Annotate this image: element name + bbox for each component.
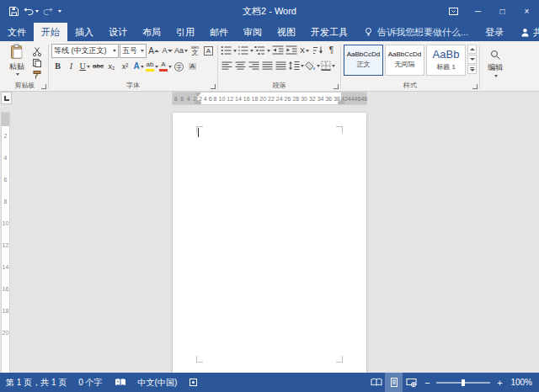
web-layout-button[interactable]: [403, 373, 420, 392]
redo-button[interactable]: [43, 4, 53, 19]
undo-button[interactable]: [24, 4, 39, 19]
shading-button[interactable]: [305, 59, 320, 72]
zoom-in-button[interactable]: +: [493, 378, 506, 388]
tab-home[interactable]: 开始: [34, 23, 67, 41]
enclose-character-button[interactable]: 字: [173, 60, 185, 73]
page-number-status[interactable]: 第 1 页，共 1 页: [0, 373, 72, 392]
document-page[interactable]: [173, 113, 366, 373]
zoom-slider[interactable]: [436, 382, 490, 384]
distributed-button[interactable]: [275, 59, 287, 72]
character-shading-button[interactable]: A: [186, 60, 199, 73]
align-center-icon: [235, 61, 246, 71]
editing-button[interactable]: 编辑: [483, 44, 508, 80]
grow-font-button[interactable]: A: [147, 45, 160, 58]
tab-file[interactable]: 文件: [0, 23, 34, 41]
character-border-button[interactable]: A: [202, 45, 215, 58]
font-color-button[interactable]: A: [159, 60, 172, 73]
tab-view[interactable]: 视图: [270, 23, 303, 41]
tab-mailings[interactable]: 邮件: [202, 23, 236, 41]
font-name-value: 等线 (中文正文): [54, 45, 107, 56]
vertical-ruler[interactable]: 2 4 6 8 10 12 14 16 18 20: [0, 106, 10, 373]
word-count-status[interactable]: 0 个字: [72, 373, 108, 392]
tab-design[interactable]: 设计: [101, 23, 135, 41]
minimize-button[interactable]: ─: [466, 0, 490, 23]
underline-button[interactable]: U: [78, 60, 91, 73]
styles-scroll-down-button[interactable]: [467, 55, 477, 64]
sign-in-button[interactable]: 登录: [477, 23, 512, 41]
styles-more-button[interactable]: [467, 65, 477, 74]
align-left-button[interactable]: [221, 59, 233, 72]
qat-customize-button[interactable]: [57, 4, 61, 19]
vertical-ruler-band: 2 4 6 8 10 12 14 16 18 20: [2, 113, 9, 373]
share-button[interactable]: 共享: [512, 23, 539, 41]
tab-developer[interactable]: 开发工具: [303, 23, 355, 41]
zoom-slider-thumb[interactable]: [462, 379, 465, 386]
paragraph-dialog-launcher[interactable]: [334, 84, 339, 89]
zoom-out-button[interactable]: −: [420, 378, 434, 388]
tab-selector[interactable]: [1, 92, 12, 104]
superscript-button[interactable]: x²: [119, 60, 131, 73]
align-center-button[interactable]: [234, 59, 247, 72]
print-layout-button[interactable]: [385, 373, 403, 392]
copy-button[interactable]: [32, 58, 45, 68]
bullets-button[interactable]: [221, 44, 237, 57]
font-size-combobox[interactable]: 五号: [120, 44, 147, 58]
tell-me-box[interactable]: 告诉我您想要做什么...: [355, 23, 477, 41]
zoom-level[interactable]: 100%: [506, 378, 539, 387]
horizontal-ruler[interactable]: 8 6 4 2 2 4 6 8 10 12 14 16 18 20 22 24 …: [173, 93, 366, 104]
borders-button[interactable]: [321, 59, 335, 72]
statusbar-right: − + 100%: [367, 373, 539, 392]
language-status[interactable]: 中文(中国): [132, 373, 184, 392]
paste-button[interactable]: 粘贴: [4, 44, 29, 80]
read-mode-button[interactable]: [367, 373, 385, 392]
align-right-button[interactable]: [248, 59, 260, 72]
phonetic-guide-button[interactable]: wén文: [189, 45, 201, 58]
style-normal[interactable]: AaBbCcDd 正文: [344, 45, 383, 76]
clipboard-dialog-launcher[interactable]: [41, 84, 46, 89]
strikethrough-button[interactable]: abc: [92, 60, 104, 73]
subscript-button[interactable]: x₂: [105, 60, 118, 73]
increase-indent-button[interactable]: [285, 44, 297, 57]
macro-record-status[interactable]: [183, 373, 204, 392]
style-no-spacing[interactable]: AaBbCcDd 无间隔: [385, 45, 424, 76]
italic-button[interactable]: I: [65, 60, 77, 73]
line-spacing-icon: [288, 61, 300, 71]
save-button[interactable]: [8, 4, 19, 19]
tab-review[interactable]: 审阅: [236, 23, 270, 41]
paragraph-group-label: 段落: [218, 81, 340, 90]
close-button[interactable]: ×: [515, 0, 539, 23]
justify-button[interactable]: [261, 59, 274, 72]
word-window: 文档2 - Word ─ □ × 文件 开始 插入 设计 布局 引用 邮件 审阅…: [0, 0, 539, 392]
highlight-button[interactable]: ab: [146, 60, 158, 73]
change-case-button[interactable]: Aa: [174, 45, 188, 58]
document-area[interactable]: 2 4 6 8 10 12 14 16 18 20: [0, 106, 539, 373]
print-layout-icon: [389, 377, 399, 388]
show-hide-marks-button[interactable]: ¶: [325, 44, 338, 57]
titlebar: 文档2 - Word ─ □ ×: [0, 0, 539, 23]
multilevel-list-button[interactable]: [254, 44, 270, 57]
maximize-button[interactable]: □: [490, 0, 515, 23]
undo-icon: [24, 7, 34, 16]
share-label: 共享: [533, 26, 539, 39]
decrease-indent-button[interactable]: [271, 44, 284, 57]
styles-scroll-up-button[interactable]: [467, 45, 477, 54]
bold-button[interactable]: B: [51, 60, 64, 73]
proofing-status[interactable]: [109, 373, 132, 392]
font-name-combobox[interactable]: 等线 (中文正文): [51, 44, 119, 58]
numbering-button[interactable]: [237, 44, 253, 57]
shrink-font-button[interactable]: A: [161, 45, 173, 58]
line-spacing-button[interactable]: [288, 59, 304, 72]
tab-references[interactable]: 引用: [168, 23, 202, 41]
cut-button[interactable]: [32, 46, 45, 56]
tab-layout[interactable]: 布局: [135, 23, 168, 41]
asian-layout-button[interactable]: X: [298, 44, 311, 57]
text-effects-button[interactable]: A: [132, 60, 145, 73]
font-dialog-launcher[interactable]: [211, 84, 216, 89]
sort-button[interactable]: [312, 44, 324, 57]
ribbon-display-options-button[interactable]: [441, 0, 466, 23]
triangle-up-icon: [154, 50, 159, 52]
format-painter-button[interactable]: [32, 70, 45, 80]
styles-dialog-launcher[interactable]: [472, 84, 478, 89]
style-heading-1[interactable]: AaBb 标题 1: [426, 45, 466, 76]
tab-insert[interactable]: 插入: [67, 23, 101, 41]
